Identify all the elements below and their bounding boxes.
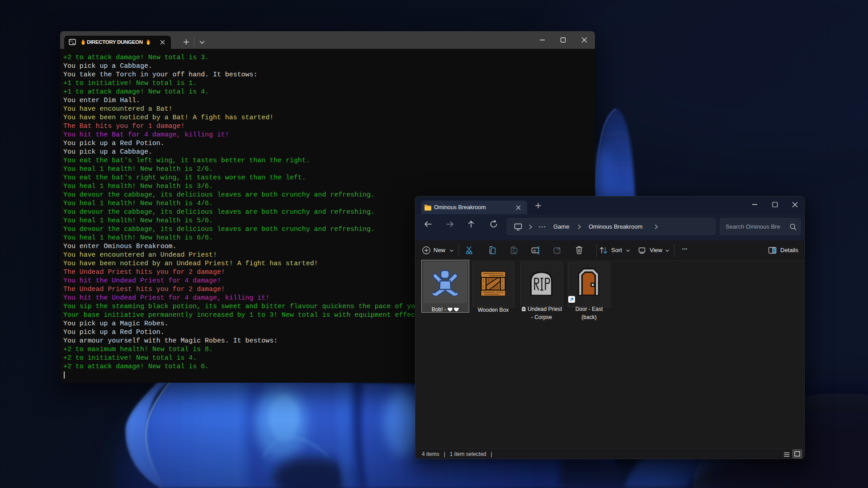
svg-text:C:\: C:\: [70, 40, 73, 42]
svg-text:A: A: [533, 249, 536, 253]
